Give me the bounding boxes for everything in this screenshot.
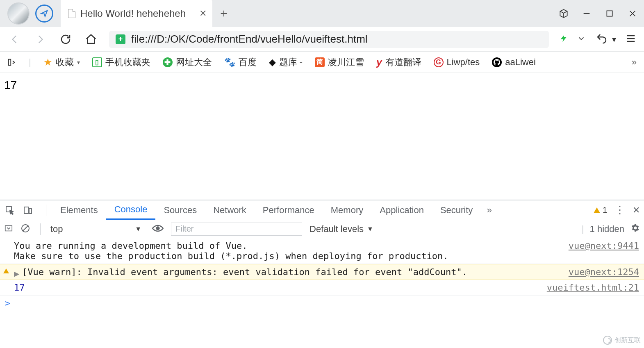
devtools-tab-performance[interactable]: Performance [255,200,323,220]
devtools-panel: Elements Console Sources Network Perform… [0,200,644,348]
forward-button[interactable] [33,32,48,47]
svg-point-7 [157,227,159,230]
live-expression-icon[interactable] [152,224,164,234]
url-text: file:///D:/OK/Code/frontEnd/vueHello/vue… [131,33,368,45]
bookmarks-overflow-icon[interactable]: » [632,57,637,68]
devtools-tab-network[interactable]: Network [205,200,255,220]
device-toolbar-icon[interactable] [22,205,34,216]
warning-icon [594,207,600,213]
hidden-messages: | 1 hidden [582,223,640,235]
log-levels-selector[interactable]: Default levels ▼ [309,224,373,234]
bookmark-liwp[interactable]: G Liwp/tes [434,57,480,68]
github-icon [492,57,502,67]
undo-dropdown-icon[interactable]: ▾ [612,34,616,44]
execution-context-selector[interactable]: top ▼ [50,224,145,234]
bookmark-aaliwei[interactable]: aaLiwei [492,57,536,68]
url-dropdown-icon[interactable] [577,34,586,45]
wardrobe-icon[interactable] [552,2,575,25]
sidebar-toggle-icon[interactable] [7,58,16,67]
console-prompt[interactable]: > [0,296,644,311]
tab-strip: Hello World! heheheheh ✕ [0,0,644,27]
security-shield-icon: + [116,34,125,44]
expand-caret-icon[interactable]: ▶ [14,268,19,279]
bookmark-favorites[interactable]: ★ 收藏 ▾ [43,56,80,68]
page-content: 17 [0,73,644,98]
home-button[interactable] [84,32,98,47]
devtools-tab-sources[interactable]: Sources [155,200,205,220]
devtools-tab-strip: Elements Console Sources Network Perform… [0,200,644,220]
source-link[interactable]: vueiftest.html:21 [539,282,639,293]
console-settings-icon[interactable] [630,223,640,235]
devtools-close-icon[interactable]: ✕ [633,205,640,216]
console-row-warning: ▶ [Vue warn]: Invalid event arguments: e… [0,264,644,280]
bookmark-all-sites[interactable]: ✚ 网址大全 [163,56,212,68]
console-output: You are running a development build of V… [0,238,644,348]
devtools-tabs-overflow-icon[interactable]: » [481,205,497,216]
devtools-tab-memory[interactable]: Memory [323,200,371,220]
tab-title: Hello World! heheheheh [80,8,194,19]
chevron-down-icon: ▼ [367,225,373,233]
clear-console-icon[interactable] [20,223,30,235]
devtools-tab-security[interactable]: Security [432,200,481,220]
undo-button[interactable] [595,32,609,46]
menu-button[interactable] [625,33,637,46]
console-row-info: You are running a development build of V… [0,238,644,264]
close-window-button[interactable] [621,2,644,25]
devtools-tab-console[interactable]: Console [106,200,156,220]
bookmarks-bar: | ★ 收藏 ▾ ▯ 手机收藏夹 ✚ 网址大全 🐾 百度 ◆ 题库 - 简 凌川… [0,52,644,73]
jian-icon: 简 [315,57,325,67]
svg-rect-0 [607,11,612,16]
maximize-button[interactable] [598,2,621,25]
bookmark-tiku[interactable]: ◆ 题库 - [269,56,303,68]
youdao-icon: y [376,57,382,68]
new-tab-button[interactable] [212,0,235,27]
svg-rect-5 [5,225,12,231]
phone-icon: ▯ [92,57,102,67]
gitee-icon: G [434,57,444,67]
console-sidebar-toggle-icon[interactable] [4,224,13,234]
window-controls [552,0,644,27]
chevron-down-icon: ▼ [135,225,141,233]
warning-count-badge[interactable]: 1 [594,205,607,215]
svg-rect-4 [29,209,32,214]
bookmark-baidu[interactable]: 🐾 百度 [224,56,257,68]
devtools-menu-icon[interactable]: ⋮ [614,204,625,216]
star-icon: ★ [43,57,52,68]
fast-mode-icon[interactable] [560,33,568,45]
svg-rect-3 [24,207,28,214]
paw-icon: 🐾 [224,57,235,68]
chevron-down-icon: ▾ [77,59,80,66]
avatar[interactable] [7,2,30,25]
source-link[interactable]: vue@next:9441 [560,241,639,261]
minimize-button[interactable] [575,2,598,25]
browser-tab[interactable]: Hello World! heheheheh ✕ [61,0,212,27]
inspect-element-icon[interactable] [4,205,16,216]
close-tab-icon[interactable]: ✕ [199,8,207,19]
page-icon [68,9,75,18]
devtools-tab-application[interactable]: Application [371,200,432,220]
address-bar-right: ▾ [560,32,637,46]
tiku-icon: ◆ [269,57,276,68]
bookmark-youdao[interactable]: y 有道翻译 [376,56,421,68]
page-output: 17 [4,79,17,91]
devtools-tab-elements[interactable]: Elements [52,200,106,220]
reload-button[interactable] [58,32,73,47]
console-filter-input[interactable]: Filter [171,223,302,236]
browser-home-icon[interactable] [35,5,53,23]
bookmark-lingchuan[interactable]: 简 凌川江雪 [315,56,364,68]
url-field[interactable]: + file:///D:/OK/Code/frontEnd/vueHello/v… [109,31,549,48]
source-link[interactable]: vue@next:1254 [560,267,639,277]
profile-area [0,0,61,27]
bookmark-mobile[interactable]: ▯ 手机收藏夹 [92,56,150,68]
console-row-log: 17 vueiftest.html:21 [0,280,644,296]
svg-rect-1 [9,59,11,65]
back-button[interactable] [7,32,22,47]
address-bar: + file:///D:/OK/Code/frontEnd/vueHello/v… [0,27,644,52]
globe-icon: ✚ [163,57,173,67]
console-toolbar: top ▼ Filter Default levels ▼ | 1 hidden [0,220,644,238]
